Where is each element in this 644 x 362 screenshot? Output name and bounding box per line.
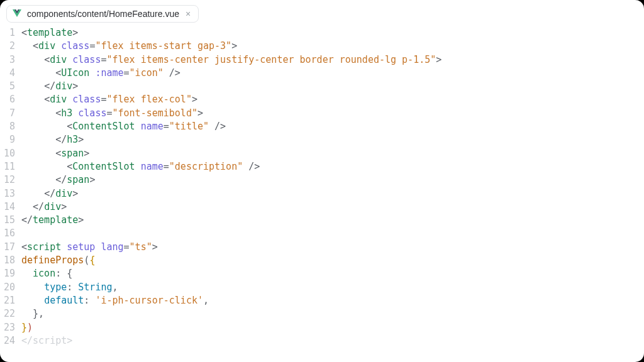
line-code: </div> [21, 200, 67, 214]
line-number: 13 [0, 187, 21, 200]
line-code: <div class="flex flex-col"> [21, 93, 197, 106]
line-number: 8 [0, 120, 21, 133]
line-code: <div class="flex items-center justify-ce… [21, 53, 441, 67]
line-code: default: 'i-ph-cursor-click', [21, 294, 209, 307]
line-number: 21 [0, 294, 21, 307]
code-line: 23}) [0, 321, 644, 334]
line-number: 23 [0, 321, 21, 334]
code-line: 15</template> [0, 214, 644, 227]
code-editor[interactable]: 1<template>2 <div class="flex items-star… [0, 23, 644, 362]
code-line: 2 <div class="flex items-start gap-3"> [0, 40, 644, 53]
code-lines: 1<template>2 <div class="flex items-star… [0, 26, 644, 348]
code-line: 17<script setup lang="ts"> [0, 241, 644, 254]
line-code: </h3> [21, 133, 84, 146]
line-code: <script setup lang="ts"> [21, 241, 158, 254]
line-code: </span> [21, 173, 95, 187]
line-number: 16 [0, 227, 21, 240]
line-number: 11 [0, 160, 21, 173]
code-line: 16 [0, 227, 644, 240]
code-line: 3 <div class="flex items-center justify-… [0, 53, 644, 67]
line-number: 12 [0, 173, 21, 187]
code-line: 11 <ContentSlot name="description" /> [0, 160, 644, 173]
line-number: 17 [0, 241, 21, 254]
line-number: 2 [0, 40, 21, 53]
line-number: 7 [0, 107, 21, 120]
editor-window: components/content/HomeFeature.vue × 1<t… [0, 0, 644, 362]
line-code: <ContentSlot name="title" /> [21, 120, 226, 133]
close-icon[interactable]: × [184, 9, 192, 18]
code-line: 10 <span> [0, 147, 644, 160]
line-code: <ContentSlot name="description" /> [21, 160, 260, 173]
line-code: icon: { [21, 267, 72, 280]
line-code: <div class="flex items-start gap-3"> [21, 40, 237, 53]
line-code: </script> [21, 334, 72, 348]
vue-icon [12, 9, 22, 19]
line-number: 15 [0, 214, 21, 227]
line-number: 4 [0, 67, 21, 80]
line-number: 24 [0, 334, 21, 348]
code-line: 8 <ContentSlot name="title" /> [0, 120, 644, 133]
line-number: 6 [0, 93, 21, 106]
line-code: }, [21, 307, 44, 321]
code-line: 24</script> [0, 334, 644, 348]
code-line: 19 icon: { [0, 267, 644, 280]
line-code: }) [21, 321, 33, 334]
code-line: 4 <UIcon :name="icon" /> [0, 67, 644, 80]
tab-filename: components/content/HomeFeature.vue [27, 9, 179, 19]
code-line: 5 </div> [0, 80, 644, 93]
code-line: 6 <div class="flex flex-col"> [0, 93, 644, 106]
code-line: 12 </span> [0, 173, 644, 187]
line-code: type: String, [21, 281, 118, 294]
code-line: 14 </div> [0, 200, 644, 214]
line-code [21, 227, 27, 240]
line-code: </div> [21, 80, 78, 93]
code-line: 20 type: String, [0, 281, 644, 294]
line-code: </template> [21, 214, 84, 227]
line-number: 18 [0, 254, 21, 267]
line-code: </div> [21, 187, 78, 200]
line-number: 3 [0, 53, 21, 67]
line-number: 1 [0, 26, 21, 40]
line-code: defineProps({ [21, 254, 95, 267]
line-number: 5 [0, 80, 21, 93]
code-line: 1<template> [0, 26, 644, 40]
line-code: <UIcon :name="icon" /> [21, 67, 180, 80]
line-code: <template> [21, 26, 78, 40]
line-number: 22 [0, 307, 21, 321]
code-line: 18defineProps({ [0, 254, 644, 267]
code-line: 21 default: 'i-ph-cursor-click', [0, 294, 644, 307]
tab-bar: components/content/HomeFeature.vue × [0, 0, 644, 23]
line-code: <h3 class="font-semibold"> [21, 107, 203, 120]
line-number: 10 [0, 147, 21, 160]
line-number: 20 [0, 281, 21, 294]
code-line: 22 }, [0, 307, 644, 321]
code-line: 9 </h3> [0, 133, 644, 146]
code-line: 7 <h3 class="font-semibold"> [0, 107, 644, 120]
line-code: <span> [21, 147, 89, 160]
code-line: 13 </div> [0, 187, 644, 200]
file-tab[interactable]: components/content/HomeFeature.vue × [6, 5, 199, 23]
line-number: 9 [0, 133, 21, 146]
line-number: 19 [0, 267, 21, 280]
line-number: 14 [0, 200, 21, 214]
